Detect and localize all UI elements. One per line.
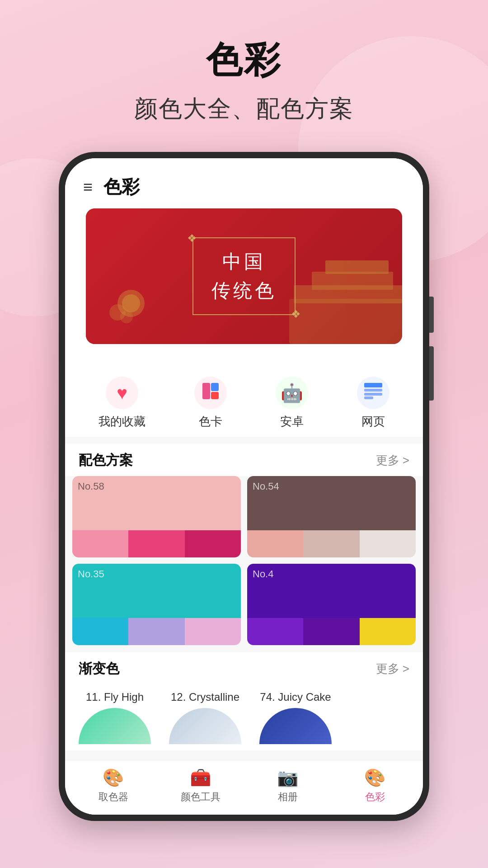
gradient-section-header: 渐变色 更多 > <box>65 652 423 684</box>
svg-rect-14 <box>364 396 373 399</box>
nav-color-icon: 🎨 <box>364 768 385 788</box>
android-label: 安卓 <box>280 414 304 429</box>
palette-card-58[interactable]: No.58 <box>72 476 241 557</box>
nav-color-tools-label: 颜色工具 <box>181 790 221 804</box>
palette-card-35[interactable]: No.35 <box>72 564 241 645</box>
icon-item-favorites[interactable]: ♥ 我的收藏 <box>99 377 145 429</box>
banner-subtitle: 传统色 <box>211 278 277 303</box>
palette-card-4[interactable]: No.4 <box>247 564 416 645</box>
palette-no-58: No.58 <box>78 481 104 492</box>
menu-icon[interactable]: ≡ <box>83 178 93 197</box>
palette-main-4: No.4 <box>247 564 416 618</box>
nav-item-color-tools[interactable]: 🧰 颜色工具 <box>157 768 244 804</box>
gradient-item-title-fly-high: 11. Fly High <box>86 691 144 703</box>
color-card-icon <box>202 382 220 404</box>
android-icon: 🤖 <box>281 382 303 404</box>
banner-dot-1[interactable] <box>235 350 242 357</box>
gradient-more-button[interactable]: 更多 > <box>376 661 409 677</box>
palette-section-title: 配色方案 <box>79 451 133 470</box>
gradient-item-title-crystalline: 12. Crystalline <box>171 691 239 703</box>
palette-swatches-54 <box>247 530 416 557</box>
gradient-semicircle-crystalline <box>169 708 241 744</box>
page-title: 色彩 <box>134 36 354 85</box>
banner-dot-2[interactable] <box>246 350 253 357</box>
nav-color-picker-icon: 🎨 <box>103 768 124 788</box>
favorites-label: 我的收藏 <box>99 414 145 429</box>
icon-grid: ♥ 我的收藏 色卡 <box>65 363 423 437</box>
svg-rect-12 <box>364 389 382 392</box>
palette-no-54: No.54 <box>253 481 279 492</box>
gradient-item-fly-high[interactable]: 11. Fly High <box>74 691 155 744</box>
svg-rect-6 <box>312 272 393 290</box>
banner-firework-icon <box>104 276 158 330</box>
palette-swatches-4 <box>247 618 416 645</box>
gradient-section: 渐变色 更多 > 11. Fly High 12. Crystalline 74… <box>65 652 423 750</box>
gradient-item-juicy-cake[interactable]: 74. Juicy Cake <box>255 691 336 744</box>
content-area[interactable]: 中国 传统色 ♥ 我的收藏 <box>65 208 423 760</box>
gradient-item-crystalline[interactable]: 12. Crystalline <box>164 691 246 744</box>
nav-item-album[interactable]: 📷 相册 <box>244 768 331 804</box>
palette-main-58: No.58 <box>72 476 241 530</box>
page-header: 色彩 颜色大全、配色方案 <box>134 36 354 125</box>
svg-rect-9 <box>211 383 219 391</box>
gradient-semicircle-juicy-cake <box>259 708 332 744</box>
nav-color-label: 色彩 <box>365 790 385 804</box>
palette-main-35: No.35 <box>72 564 241 618</box>
phone-screen: ≡ 色彩 <box>65 158 423 815</box>
color-card-label: 色卡 <box>199 414 222 429</box>
nav-color-picker-label: 取色器 <box>99 790 128 804</box>
gradient-semicircle-fly-high <box>79 708 151 744</box>
nav-album-icon: 📷 <box>277 768 298 788</box>
gradient-item-title-juicy-cake: 74. Juicy Cake <box>260 691 331 703</box>
palette-grid: No.58 No.54 <box>65 476 423 652</box>
banner-text-box: 中国 传统色 <box>192 237 296 315</box>
gradient-section-title: 渐变色 <box>79 660 119 678</box>
nav-album-label: 相册 <box>278 790 298 804</box>
phone-shell: ≡ 色彩 <box>59 152 429 821</box>
svg-rect-13 <box>364 393 382 396</box>
palette-swatches-35 <box>72 618 241 645</box>
page-subtitle: 颜色大全、配色方案 <box>134 93 354 125</box>
favorites-icon: ♥ <box>117 383 127 403</box>
web-icon <box>364 383 382 403</box>
svg-rect-8 <box>202 383 210 399</box>
palette-swatches-58 <box>72 530 241 557</box>
banner-wall-icon <box>289 254 402 344</box>
palette-no-35: No.35 <box>78 568 104 580</box>
svg-rect-10 <box>211 392 219 399</box>
palette-card-54[interactable]: No.54 <box>247 476 416 557</box>
banner-title: 中国 <box>211 249 277 274</box>
gradient-items: 11. Fly High 12. Crystalline 74. Juicy C… <box>65 684 423 750</box>
banner-dots <box>72 350 416 357</box>
nav-color-tools-icon: 🧰 <box>190 768 211 788</box>
bottom-nav: 🎨 取色器 🧰 颜色工具 📷 相册 🎨 色彩 <box>65 760 423 815</box>
palette-section-header: 配色方案 更多 > <box>65 444 423 476</box>
palette-main-54: No.54 <box>247 476 416 530</box>
svg-rect-11 <box>364 383 382 387</box>
app-header: ≡ 色彩 <box>65 158 423 208</box>
palette-more-button[interactable]: 更多 > <box>376 453 409 468</box>
web-label: 网页 <box>361 414 385 429</box>
svg-point-3 <box>120 311 133 323</box>
icon-item-android[interactable]: 🤖 安卓 <box>276 377 308 429</box>
nav-item-color[interactable]: 🎨 色彩 <box>331 768 418 804</box>
app-header-title: 色彩 <box>103 175 140 199</box>
banner[interactable]: 中国 传统色 <box>86 208 402 344</box>
nav-item-color-picker[interactable]: 🎨 取色器 <box>70 768 157 804</box>
icon-item-web[interactable]: 网页 <box>357 377 389 429</box>
svg-rect-4 <box>289 299 402 344</box>
palette-no-4: No.4 <box>253 568 273 580</box>
svg-rect-7 <box>325 260 389 274</box>
icon-item-color-card[interactable]: 色卡 <box>194 377 227 429</box>
